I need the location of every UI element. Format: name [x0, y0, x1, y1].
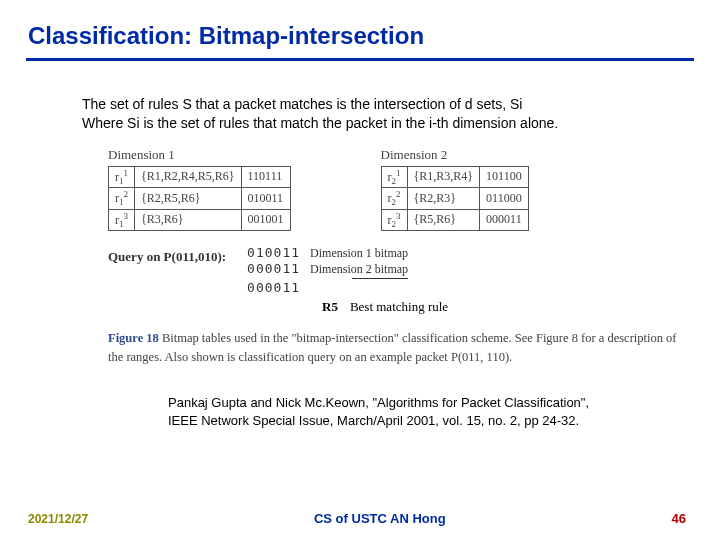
intro-line-1: The set of rules S that a packet matches…	[82, 95, 710, 114]
dim2-table: r21 {R1,R3,R4} 101100 r22 {R2,R3} 011000…	[381, 166, 529, 231]
bitmap-row-1: 010011 Dimension 1 bitmap	[244, 245, 408, 261]
footer-date: 2021/12/27	[28, 512, 88, 526]
reference-line-1: Pankaj Gupta and Nick Mc.Keown, "Algorit…	[168, 394, 680, 412]
slide-footer: 2021/12/27 CS of USTC AN Hong 46	[0, 511, 720, 526]
bitmap-column: 010011 Dimension 1 bitmap 000011 Dimensi…	[244, 245, 408, 295]
dim2-label: Dimension 2	[381, 147, 529, 163]
query-label: Query on P(011,010):	[108, 245, 226, 265]
footer-center: CS of USTC AN Hong	[314, 511, 446, 526]
reference-text: Pankaj Gupta and Nick Mc.Keown, "Algorit…	[0, 366, 720, 429]
intro-line-2: Where Si is the set of rules that match …	[82, 114, 710, 133]
best-match-line: R5 Best matching rule	[0, 295, 720, 315]
page-number: 46	[672, 511, 686, 526]
dim1-label: Dimension 1	[108, 147, 291, 163]
divider-line	[352, 278, 408, 279]
table-row: r11 {R1,R2,R4,R5,R6} 110111	[109, 166, 291, 187]
dim1-table: r11 {R1,R2,R4,R5,R6} 110111 r12 {R2,R5,R…	[108, 166, 291, 231]
table-row: r23 {R5,R6} 000011	[381, 209, 528, 230]
bitmap-row-2: 000011 Dimension 2 bitmap	[244, 261, 408, 277]
bitmap-result-row: 000011	[244, 280, 408, 295]
table-row: r13 {R3,R6} 001001	[109, 209, 291, 230]
reference-line-2: IEEE Network Special Issue, March/April …	[168, 412, 680, 430]
dimension-tables: Dimension 1 r11 {R1,R2,R4,R5,R6} 110111 …	[0, 133, 720, 231]
query-block: Query on P(011,010): 010011 Dimension 1 …	[0, 231, 720, 295]
intro-text: The set of rules S that a packet matches…	[0, 61, 720, 133]
dim2-block: Dimension 2 r21 {R1,R3,R4} 101100 r22 {R…	[381, 147, 529, 231]
table-row: r22 {R2,R3} 011000	[381, 188, 528, 209]
best-match-key: R5	[322, 299, 338, 315]
caption-text: Bitmap tables used in the "bitmap-inters…	[108, 331, 677, 364]
figure-number: Figure 18	[108, 331, 159, 345]
table-row: r21 {R1,R3,R4} 101100	[381, 166, 528, 187]
dim1-block: Dimension 1 r11 {R1,R2,R4,R5,R6} 110111 …	[108, 147, 291, 231]
table-row: r12 {R2,R5,R6} 010011	[109, 188, 291, 209]
slide-title: Classification: Bitmap-intersection	[0, 0, 720, 58]
best-match-label: Best matching rule	[350, 299, 448, 315]
figure-caption: Figure 18 Bitmap tables used in the "bit…	[0, 315, 720, 367]
